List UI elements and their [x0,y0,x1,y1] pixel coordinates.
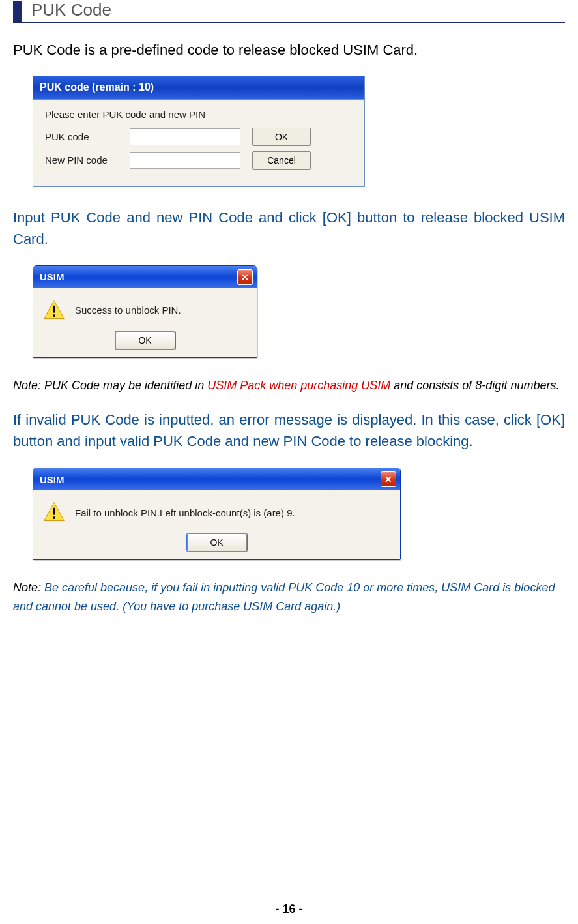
ok-button[interactable]: OK [252,128,311,146]
dialog-heading: Please enter PUK code and new PIN [45,109,353,120]
note-prefix: Note: [13,581,44,594]
dialog-body: Success to unblock PIN. OK [33,288,257,357]
close-button[interactable]: ✕ [381,471,396,487]
puk-dialog: PUK code (remain : 10) Please enter PUK … [33,76,365,187]
dialog-title: USIM [40,474,65,485]
dialog-titlebar: PUK code (remain : 10) [33,76,364,100]
ok-button[interactable]: OK [187,533,247,552]
svg-rect-0 [53,305,55,312]
dialog-title: USIM [40,271,65,282]
instruction-1: Input PUK Code and new PIN Code and clic… [13,207,565,250]
warning-icon [42,299,66,322]
puk-code-input[interactable] [130,128,240,145]
dialog-body: Please enter PUK code and new PIN PUK co… [33,100,364,186]
note-1: Note: PUK Code may be identified in USIM… [13,376,565,395]
note-blue-text: Be careful because, if you fail in input… [13,581,555,613]
intro-text: PUK Code is a pre-defined code to releas… [13,41,565,60]
button-row: OK [42,533,391,552]
section-title: PUK Code [31,0,111,22]
dialog-body: Fail to unblock PIN.Left unblock-count(s… [33,490,400,559]
svg-rect-3 [53,517,55,520]
close-icon: ✕ [384,474,392,484]
pin-row: New PIN code Cancel [45,151,353,170]
page-number: - 16 - [0,902,578,916]
dialog-titlebar: USIM ✕ [33,468,400,490]
section-marker-icon [13,1,22,22]
close-icon: ✕ [241,272,249,282]
puk-row: PUK code OK [45,128,353,146]
note-suffix: and consists of 8-digit numbers. [390,379,559,392]
usim-fail-dialog: USIM ✕ Fail to unblock PIN.Left unblock-… [33,468,401,560]
new-pin-input[interactable] [130,152,240,169]
svg-rect-2 [53,508,55,515]
cancel-button[interactable]: Cancel [252,151,311,170]
puk-code-label: PUK code [45,131,130,142]
dialog-title: PUK code (remain : 10) [40,82,154,93]
close-button[interactable]: ✕ [237,269,253,285]
dialog-message: Success to unblock PIN. [75,305,181,316]
dialog-titlebar: USIM ✕ [33,266,257,288]
note-red-text: USIM Pack when purchasing USIM [207,379,390,392]
warning-icon [42,501,66,524]
dialog-message: Fail to unblock PIN.Left unblock-count(s… [75,507,295,518]
ok-button[interactable]: OK [115,331,175,350]
new-pin-label: New PIN code [45,155,130,166]
section-header: PUK Code [13,0,565,23]
instruction-2: If invalid PUK Code is inputted, an erro… [13,409,565,452]
dialog-content: Success to unblock PIN. [42,299,248,322]
note-prefix: Note: PUK Code may be identified in [13,379,207,392]
dialog-content: Fail to unblock PIN.Left unblock-count(s… [42,501,391,524]
button-row: OK [42,331,248,350]
usim-success-dialog: USIM ✕ Success to unblock PIN. OK [33,265,257,358]
svg-rect-1 [53,314,55,317]
note-2: Note: Be careful because, if you fail in… [13,578,565,616]
